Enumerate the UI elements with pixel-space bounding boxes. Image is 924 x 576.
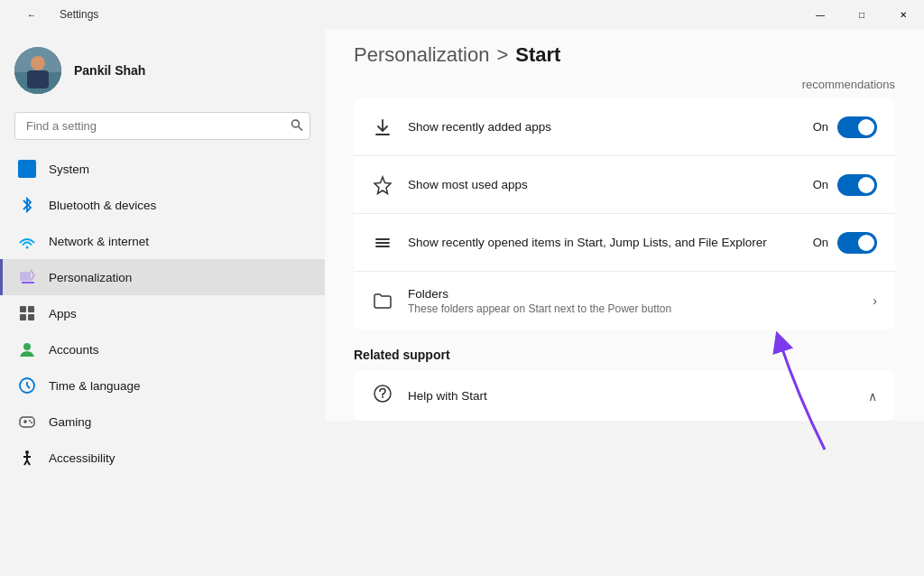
folders-title: Folders [408,287,858,301]
user-section: Pankil Shah [0,29,325,112]
svg-rect-3 [27,70,49,88]
sidebar-item-label: Accessibility [49,451,116,465]
recently-added-on-label: On [813,120,828,134]
recently-added-text: Show recently added apps [408,120,799,134]
maximize-button[interactable]: □ [841,0,882,29]
sidebar-item-label: Network & internet [49,235,149,248]
recently-opened-control: On [813,232,877,254]
recently-added-toggle[interactable] [837,116,877,138]
breadcrumb-separator: > [496,43,508,67]
system-icon [18,160,36,178]
breadcrumb: Personalization > Start [354,43,560,67]
svg-point-4 [292,120,300,127]
sidebar-item-label: Personalization [49,271,132,284]
sidebar-item-system[interactable]: System [0,151,325,187]
sidebar-item-label: Gaming [49,415,91,429]
network-icon [18,232,36,250]
sidebar-item-label: Bluetooth & devices [49,199,156,212]
user-name: Pankil Shah [74,63,145,78]
app-title: Settings [60,8,98,21]
page-header: Personalization > Start [325,29,924,78]
svg-point-32 [382,396,383,398]
close-button[interactable]: ✕ [882,0,924,29]
search-input[interactable] [14,112,310,140]
help-with-start-title: Help with Start [408,389,854,403]
svg-line-16 [27,386,30,388]
search-icon-button[interactable] [291,118,303,134]
svg-point-20 [29,420,31,422]
personalization-icon [18,268,36,286]
setting-row-folders[interactable]: Folders These folders appear on Start ne… [354,272,895,330]
sidebar-item-label: Apps [49,307,77,321]
breadcrumb-parent: Personalization [354,43,489,67]
sidebar-item-gaming[interactable]: Gaming [0,404,325,440]
chevron-up-icon: ∧ [868,389,877,404]
main-wrapper: Personalization > Start recommendations [325,29,924,576]
avatar [14,47,61,94]
help-with-start-row[interactable]: Help with Start ∧ [354,371,895,421]
recently-opened-on-label: On [813,236,828,249]
svg-rect-7 [20,272,31,281]
recently-added-control: On [813,116,877,138]
svg-rect-10 [28,306,34,312]
sidebar-item-label: System [49,163,89,176]
sidebar-item-label: Accounts [49,343,99,357]
sidebar-item-network[interactable]: Network & internet [0,223,325,259]
settings-section: Show recently added apps On [325,98,924,330]
breadcrumb-current: Start [515,43,560,67]
apps-icon [18,304,36,322]
recently-opened-toggle[interactable] [837,232,877,254]
folders-desc: These folders appear on Start next to th… [408,302,858,315]
titlebar: ← Settings — □ ✕ [0,0,924,29]
search-box [14,112,310,140]
sidebar-item-time[interactable]: Time & language [0,367,325,404]
accounts-icon [18,340,36,358]
back-button[interactable]: ← [11,0,52,29]
svg-point-22 [25,451,29,454]
most-used-on-label: On [813,178,828,191]
setting-row-most-used: Show most used apps On [354,156,895,214]
app-container: Pankil Shah System [0,29,924,576]
svg-point-13 [23,343,31,350]
nav-items: System Bluetooth & devices [0,147,325,576]
toggle-thumb [858,235,874,251]
help-icon [372,384,393,408]
titlebar-left: ← Settings [11,0,98,29]
most-used-icon [372,174,393,196]
gaming-icon [18,413,36,431]
svg-rect-11 [20,314,26,321]
sidebar-item-accounts[interactable]: Accounts [0,331,325,367]
svg-line-5 [299,126,303,131]
svg-rect-9 [20,306,26,312]
most-used-toggle[interactable] [837,174,877,196]
sidebar-item-bluetooth[interactable]: Bluetooth & devices [0,187,325,223]
svg-point-21 [31,422,32,423]
svg-point-2 [31,56,45,70]
sidebar-item-label: Time & language [49,379,141,393]
sidebar-item-personalization[interactable]: Personalization [0,259,325,295]
folders-icon [372,290,393,311]
related-support-label: Related support [354,330,895,371]
most-used-control: On [813,174,877,196]
sidebar-item-accessibility[interactable]: Accessibility [0,440,325,476]
sidebar: Pankil Shah System [0,29,325,576]
recently-added-title: Show recently added apps [408,120,799,134]
scroll-hint: recommendations [325,78,924,98]
minimize-button[interactable]: — [799,0,841,29]
chevron-right-icon: › [873,293,877,308]
sidebar-item-apps[interactable]: Apps [0,295,325,331]
setting-row-recently-opened: Show recently opened items in Start, Jum… [354,214,895,272]
recently-opened-title: Show recently opened items in Start, Jum… [408,236,799,249]
folders-control: › [873,293,877,308]
recently-opened-text: Show recently opened items in Start, Jum… [408,236,799,249]
bluetooth-icon [18,196,36,214]
toggle-thumb [858,177,874,193]
avatar-image [14,47,61,94]
recently-added-icon [372,116,393,138]
search-icon [291,118,303,131]
most-used-text: Show most used apps [408,178,799,191]
main-content: Personalization > Start recommendations [325,29,924,421]
time-icon [18,376,36,395]
folders-text: Folders These folders appear on Start ne… [408,287,858,315]
accessibility-icon [18,449,36,467]
